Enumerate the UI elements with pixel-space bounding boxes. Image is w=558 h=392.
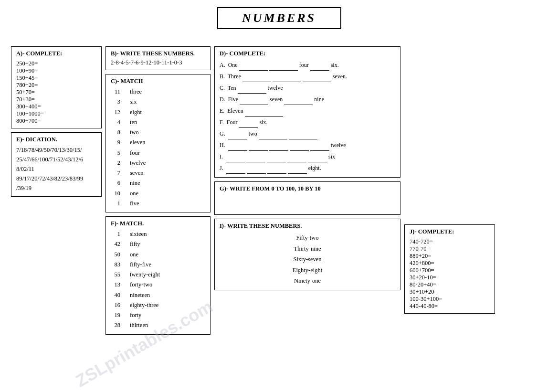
d-row-b: B. Three seven. — [220, 71, 395, 82]
section-a: A)- COMPLETE: 250+20= 100+90= 150+45= 78… — [11, 46, 102, 128]
section-c: C)- MATCH 11three 3six 12eight 4ten 8two… — [105, 74, 211, 212]
d-row-h: H. twelve — [220, 139, 395, 151]
blank — [288, 168, 307, 174]
blank — [238, 88, 266, 94]
j-item: 600+700= — [410, 267, 490, 274]
section-b: B)- WRITE THESE NUMBERS. 2-8-4-5-7-6-9-1… — [105, 46, 211, 70]
col-far-right: J)- COMPLETE: 740-720= 770-70= 889+20= 4… — [404, 46, 495, 314]
f-pair: 1sixteen — [111, 229, 205, 239]
a-item: 300+400= — [16, 103, 96, 110]
page: NUMBERS A)- COMPLETE: 250+20= 100+90= 15… — [0, 0, 558, 392]
a-item: 70+30= — [16, 96, 96, 103]
blank — [308, 157, 327, 162]
i-item: Eighty-eight — [220, 265, 395, 276]
d-row-e: E. Eleven — [220, 105, 395, 117]
section-b-subtitle: 2-8-4-5-7-6-9-12-10-11-1-0-3 — [111, 59, 205, 66]
f-pair: 40nineteen — [111, 290, 205, 300]
section-a-content: 250+20= 100+90= 150+45= 780+20= 50+70= 7… — [16, 60, 96, 125]
section-g-title: G)- WRITE FROM 0 TO 100, 10 BY 10 — [220, 185, 395, 192]
i-item: Thirty-nine — [220, 244, 395, 254]
c-pair: 8two — [111, 127, 205, 138]
a-item: 780+20= — [16, 82, 96, 89]
blank — [269, 145, 288, 151]
section-d: D)- COMPLETE: A. One four six. B. Three … — [214, 46, 400, 178]
section-f: F)- MATCH. 1sixteen 42fifty 50one 83fift… — [105, 216, 211, 335]
a-item: 100+1000= — [16, 110, 96, 117]
section-c-title: C)- MATCH — [111, 78, 205, 85]
section-d-rows: A. One four six. B. Three seven. C. Ten … — [220, 59, 395, 174]
col-mid: B)- WRITE THESE NUMBERS. 2-8-4-5-7-6-9-1… — [105, 46, 211, 335]
f-pair: 19forty — [111, 310, 205, 320]
blank — [239, 122, 258, 128]
section-a-title: A)- COMPLETE: — [16, 50, 96, 57]
a-item: 50+70= — [16, 89, 96, 96]
blank — [239, 65, 268, 71]
a-item: 150+45= — [16, 74, 96, 82]
c-pair: 2twelve — [111, 158, 205, 168]
col-right: D)- COMPLETE: A. One four six. B. Three … — [214, 46, 400, 290]
blank — [287, 157, 306, 162]
c-pair: 11three — [111, 87, 205, 97]
a-item: 250+20= — [16, 60, 96, 67]
blank — [290, 145, 309, 151]
blank — [284, 99, 313, 105]
section-j: J)- COMPLETE: 740-720= 770-70= 889+20= 4… — [404, 224, 495, 314]
f-pair: 50one — [111, 250, 205, 260]
j-item: 30+10+20= — [410, 288, 490, 296]
d-row-i: I. six — [220, 151, 395, 162]
a-item: 100+90= — [16, 67, 96, 74]
c-pair: 10one — [111, 189, 205, 199]
blank — [289, 134, 317, 139]
d-row-a: A. One four six. — [220, 59, 395, 71]
blank — [242, 76, 271, 82]
f-pair: 13forty-two — [111, 280, 205, 290]
f-pair: 83fifty-five — [111, 260, 205, 270]
d-row-f: F. Four six. — [220, 117, 395, 128]
blank — [246, 157, 265, 162]
spacer — [404, 46, 495, 221]
blank — [228, 134, 247, 139]
section-j-title: J)- COMPLETE: — [410, 228, 490, 235]
i-item: Sixty-seven — [220, 254, 395, 265]
section-i-title: I)- WRITE THESE NUMBERS. — [220, 222, 395, 230]
j-item: 80-20+40= — [410, 281, 490, 288]
c-pair: 3six — [111, 97, 205, 107]
d-row-j: J. eight. — [220, 162, 395, 174]
c-pair: 5four — [111, 148, 205, 158]
j-item: 770-70= — [410, 245, 490, 253]
blank — [245, 111, 283, 117]
section-e-title: E)- DICATION. — [16, 136, 96, 143]
d-row-c: C. Ten twelve — [220, 82, 395, 94]
j-item: 30+20-10= — [410, 274, 490, 281]
blank — [303, 76, 331, 82]
blank — [228, 145, 247, 151]
page-title: NUMBERS — [242, 11, 316, 25]
c-pair: 7seven — [111, 168, 205, 178]
section-f-pairs: 1sixteen 42fifty 50one 83fifty-five 55tw… — [111, 229, 205, 331]
c-pair: 6nine — [111, 178, 205, 188]
i-item: Ninety-one — [220, 275, 395, 286]
blank — [249, 145, 268, 151]
section-e: E)- DICATION. 7/18/78/49/50/70/13/30/15/… — [11, 132, 102, 197]
section-g: G)- WRITE FROM 0 TO 100, 10 BY 10 — [214, 181, 400, 215]
blank — [267, 157, 286, 162]
f-pair: 55twenty-eight — [111, 270, 205, 280]
blank — [226, 157, 245, 162]
j-item: 740-720= — [410, 238, 490, 245]
c-pair: 4ten — [111, 117, 205, 127]
f-pair: 28thirteen — [111, 320, 205, 330]
section-e-content: 7/18/78/49/50/70/13/30/15/ 25/47/66/100/… — [16, 145, 96, 193]
blank — [273, 76, 301, 82]
j-item: 100-30+100= — [410, 296, 490, 303]
blank — [310, 65, 329, 71]
col-left: A)- COMPLETE: 250+20= 100+90= 150+45= 78… — [11, 46, 102, 197]
blank — [240, 99, 268, 105]
f-pair: 16eighty-three — [111, 300, 205, 310]
title-box: NUMBERS — [217, 7, 341, 29]
i-item: Fifty-two — [220, 233, 395, 244]
section-f-title: F)- MATCH. — [111, 220, 205, 227]
blank — [267, 168, 286, 174]
j-item: 440-40-80= — [410, 303, 490, 310]
f-pair: 42fifty — [111, 239, 205, 249]
content-area: A)- COMPLETE: 250+20= 100+90= 150+45= 78… — [7, 46, 551, 335]
